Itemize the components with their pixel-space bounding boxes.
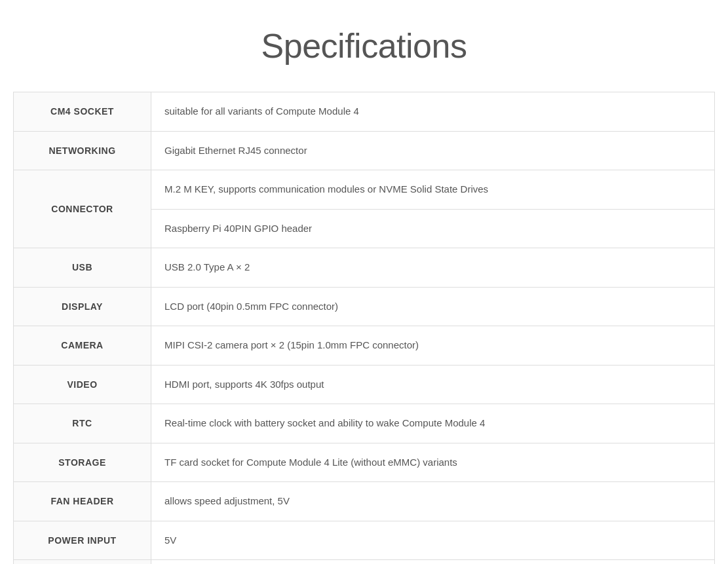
table-row: FAN HEADERallows speed adjustment, 5V	[14, 482, 715, 521]
table-row: DISPLAYLCD port (40pin 0.5mm FPC connect…	[14, 287, 715, 326]
specs-table: CM4 SOCKETsuitable for all variants of C…	[13, 92, 715, 564]
table-row: NETWORKINGGigabit Ethernet RJ45 connecto…	[14, 131, 715, 170]
spec-value: TF card socket for Compute Module 4 Lite…	[151, 443, 715, 482]
spec-label: DISPLAY	[14, 287, 151, 326]
table-row: CONNECTORM.2 M KEY, supports communicati…	[14, 170, 715, 210]
spec-value: Real-time clock with battery socket and …	[151, 404, 715, 443]
table-row: VIDEOHDMI port, supports 4K 30fps output	[14, 365, 715, 404]
spec-value: LCD port (40pin 0.5mm FPC connector)	[151, 287, 715, 326]
spec-value: allows speed adjustment, 5V	[151, 482, 715, 521]
table-row: USBUSB 2.0 Type A × 2	[14, 248, 715, 288]
spec-label: RTC	[14, 404, 151, 443]
spec-label: STORAGE	[14, 443, 151, 482]
spec-label: POWER INPUT	[14, 521, 151, 560]
spec-label: FAN HEADER	[14, 482, 151, 521]
spec-value: MIPI CSI-2 camera port × 2 (15pin 1.0mm …	[151, 326, 715, 366]
spec-label: CM4 SOCKET	[14, 92, 151, 132]
table-row: CM4 SOCKETsuitable for all variants of C…	[14, 92, 715, 132]
spec-value: 85 × 56mm	[151, 560, 715, 565]
spec-value: Raspberry Pi 40PIN GPIO header	[151, 209, 715, 248]
table-row: STORAGETF card socket for Compute Module…	[14, 443, 715, 482]
spec-label: NETWORKING	[14, 131, 151, 170]
spec-value: M.2 M KEY, supports communication module…	[151, 170, 715, 210]
spec-value: suitable for all variants of Compute Mod…	[151, 92, 715, 132]
spec-value: USB 2.0 Type A × 2	[151, 248, 715, 288]
table-row: RTCReal-time clock with battery socket a…	[14, 404, 715, 443]
table-row: POWER INPUT5V	[14, 521, 715, 560]
spec-label: VIDEO	[14, 365, 151, 404]
spec-value: 5V	[151, 521, 715, 560]
page-title: Specifications	[13, 26, 715, 66]
spec-label: CAMERA	[14, 326, 151, 366]
spec-value: HDMI port, supports 4K 30fps output	[151, 365, 715, 404]
spec-value: Gigabit Ethernet RJ45 connector	[151, 131, 715, 170]
spec-label: CONNECTOR	[14, 170, 151, 248]
table-row: CAMERAMIPI CSI-2 camera port × 2 (15pin …	[14, 326, 715, 366]
table-row: DIMENSIONS85 × 56mm	[14, 560, 715, 565]
spec-label: DIMENSIONS	[14, 560, 151, 565]
page-container: Specifications CM4 SOCKETsuitable for al…	[0, 0, 728, 564]
spec-label: USB	[14, 248, 151, 288]
